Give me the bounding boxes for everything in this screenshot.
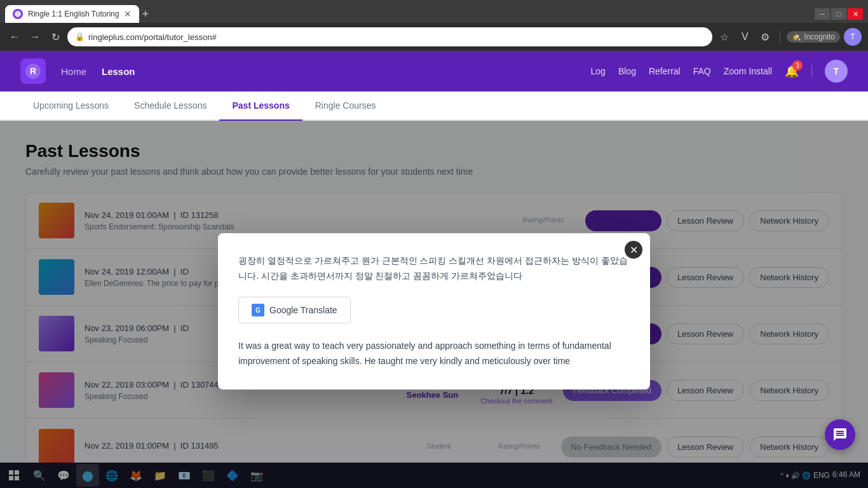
tab-upcoming[interactable]: Upcoming Lessons (20, 92, 121, 121)
tab-favicon (13, 9, 23, 19)
tab-schedule[interactable]: Schedule Lessons (121, 92, 219, 121)
vivaldi-icon[interactable]: V (736, 29, 753, 45)
address-text: ringleplus.com/portal/tutor_lesson# (88, 32, 705, 42)
nav-blog[interactable]: Blog (618, 66, 636, 76)
google-translate-icon: G (252, 304, 264, 316)
nav-lesson[interactable]: Lesson (102, 66, 135, 77)
minimize-button[interactable]: ─ (815, 8, 830, 20)
svg-text:R: R (30, 66, 36, 76)
modal-overlay[interactable]: ✕ 굉장히 열정적으로 가르쳐주고 뭔가 근본적인 스피킹 스킬개선 차원에서 … (0, 121, 868, 488)
maximize-button[interactable]: □ (831, 8, 846, 20)
profile-button[interactable]: T (844, 28, 862, 46)
nav-referral[interactable]: Referral (649, 66, 681, 76)
modal-korean-text: 굉장히 열정적으로 가르쳐주고 뭔가 근본적인 스피킹 스킬개선 차원에서 접근… (238, 254, 630, 284)
main-content: Past Lessons Carefully review your past … (0, 121, 868, 488)
incognito-indicator: 🕵 Incognito (787, 31, 840, 43)
lesson-tabs: Upcoming Lessons Schedule Lessons Past L… (0, 92, 868, 121)
google-translate-button[interactable]: G Google Translate (238, 297, 351, 323)
tab-courses[interactable]: Ringle Courses (302, 92, 389, 121)
feedback-modal: ✕ 굉장히 열정적으로 가르쳐주고 뭔가 근본적인 스피킹 스킬개선 차원에서 … (218, 233, 650, 389)
tab-past[interactable]: Past Lessons (219, 92, 302, 121)
svg-point-0 (15, 11, 21, 17)
nav-home[interactable]: Home (61, 66, 86, 77)
nav-log[interactable]: Log (591, 66, 606, 76)
address-bar[interactable]: 🔒 ringleplus.com/portal/tutor_lesson# (67, 27, 712, 46)
modal-english-text: It was a great way to teach very passion… (238, 339, 630, 369)
user-avatar[interactable]: T (825, 60, 848, 83)
notification-badge: 3 (792, 60, 803, 71)
lock-icon: 🔒 (75, 32, 85, 41)
new-tab-button[interactable]: + (142, 8, 149, 21)
extensions-icon[interactable]: ⚙ (757, 29, 773, 45)
nav-faq[interactable]: FAQ (693, 66, 711, 76)
reload-button[interactable]: ↻ (47, 29, 64, 45)
bookmark-icon[interactable]: ☆ (716, 29, 733, 45)
nav-zoom-install[interactable]: Zoom Install (724, 66, 772, 76)
chat-fab-button[interactable] (825, 419, 855, 450)
modal-close-button[interactable]: ✕ (625, 241, 642, 259)
back-button[interactable]: ← (6, 29, 23, 45)
tab-close-button[interactable]: ✕ (124, 9, 132, 19)
notification-button[interactable]: 🔔 3 (785, 64, 799, 78)
tab-title: Ringle 1:1 English Tutoring (28, 10, 119, 18)
close-button[interactable]: ✕ (848, 8, 863, 20)
forward-button[interactable]: → (27, 29, 43, 45)
app-logo: R (20, 58, 46, 84)
